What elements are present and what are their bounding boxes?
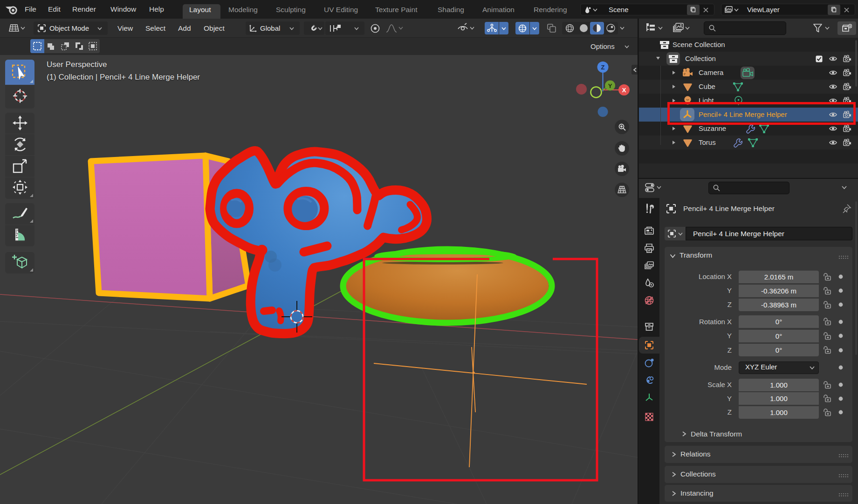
svg-text:X: X (622, 87, 626, 94)
svg-text:Y: Y (608, 82, 612, 89)
svg-text:Z: Z (601, 64, 605, 71)
